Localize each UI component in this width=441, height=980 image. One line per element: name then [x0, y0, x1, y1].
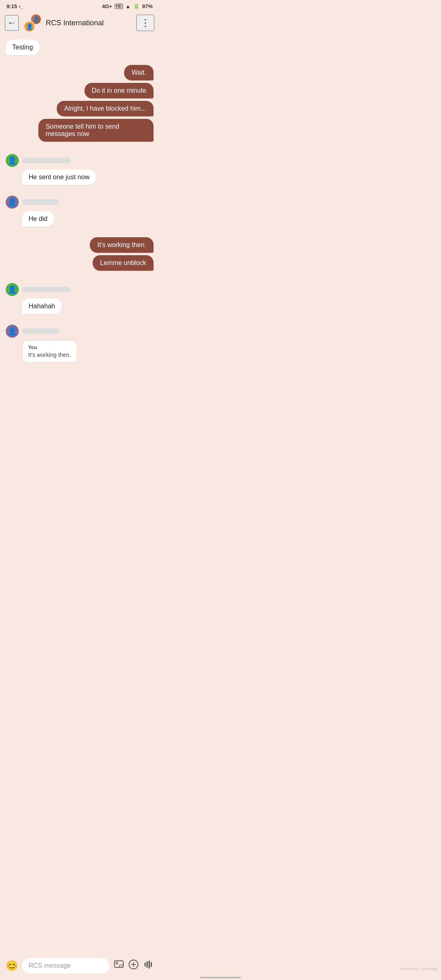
chat-title: RCS International	[46, 19, 132, 27]
bubble-out-2: Wait.	[124, 65, 154, 80]
reply-preview-text: It's working then.	[28, 352, 71, 358]
avatar-b: 👤	[24, 21, 35, 32]
bubble-out-9: Lemme unblock	[93, 255, 154, 271]
bubble-out-4: Alright, I have blocked him...	[57, 101, 154, 116]
signal-icon: ▲	[125, 3, 131, 9]
msg-text-7: He did	[29, 215, 47, 222]
reply-preview-bubble: You It's working then.	[22, 340, 77, 363]
bubble-out-8: It's working then.	[90, 237, 154, 253]
sender-avatar-purple-2: 👤	[6, 325, 19, 338]
message-row-9: Lemme unblock	[6, 255, 154, 271]
sender-avatar-purple-1: 👤	[6, 196, 19, 209]
sender-name-blurred-1	[22, 158, 71, 163]
sender-row-6: 👤	[6, 154, 154, 167]
sender-name-blurred-2	[22, 199, 59, 205]
message-row-10: Hahahah	[6, 298, 154, 314]
msg-text-3: Do it in one minute	[92, 87, 146, 94]
status-icons: 4G+ HD ▲ 🔋 97%	[102, 3, 153, 9]
reply-author-label: You	[28, 345, 71, 350]
msg-text-6: He sent one just now	[29, 174, 89, 180]
network-label: 4G+	[102, 3, 112, 9]
battery-icon: 🔋	[133, 3, 140, 9]
person-icon-3: 👤	[8, 285, 17, 294]
sender-row-10: 👤	[6, 283, 154, 296]
msg-text-8: It's working then.	[97, 241, 146, 248]
sender-avatar-green-2: 👤	[6, 283, 19, 296]
msg-text-1: Testing	[12, 44, 33, 51]
status-time: 9:15 ›_	[7, 3, 23, 9]
person-icon-2: 👤	[8, 198, 17, 207]
sender-row-7: 👤	[6, 196, 154, 209]
msg-text-5: Someone tell him to send messages now	[46, 123, 120, 137]
hd-badge: HD	[115, 4, 123, 9]
sender-name-blurred-4	[22, 328, 59, 334]
time-label: 9:15	[7, 3, 17, 9]
msg-text-2: Wait.	[131, 69, 146, 76]
message-row-4: Alright, I have blocked him...	[6, 101, 154, 116]
top-bar: ← 👤 👤 RCS International ⋮	[0, 11, 159, 36]
sender-name-blurred-3	[22, 287, 71, 292]
bubble-out-5: Someone tell him to send messages now	[38, 119, 154, 142]
bubble-in-6: He sent one just now	[22, 169, 96, 185]
msg-text-10: Hahahah	[29, 303, 55, 310]
message-row-2: Wait.	[6, 65, 154, 80]
message-row-1: Testing	[6, 40, 154, 55]
person-icon-4: 👤	[8, 327, 17, 336]
terminal-icon: ›_	[19, 4, 23, 9]
more-options-button[interactable]: ⋮	[136, 15, 154, 31]
message-row-5: Someone tell him to send messages now	[6, 119, 154, 142]
person-icon-1: 👤	[8, 156, 17, 165]
msg-text-9: Lemme unblock	[100, 259, 146, 266]
message-row-3: Do it in one minute	[6, 83, 154, 98]
sender-row-11: 👤	[6, 325, 154, 338]
message-row-6: He sent one just now	[6, 169, 154, 185]
message-row-11: You It's working then.	[6, 340, 154, 363]
msg-text-4: Alright, I have blocked him...	[64, 105, 146, 112]
group-avatar: 👤 👤	[23, 13, 42, 32]
chat-area: Testing Wait. Do it in one minute Alrigh…	[0, 36, 159, 403]
battery-label: 97%	[142, 3, 153, 9]
message-row-7: He did	[6, 211, 154, 227]
message-row-8: It's working then.	[6, 237, 154, 253]
back-button[interactable]: ←	[5, 15, 19, 31]
bubble-in-10: Hahahah	[22, 298, 62, 314]
bubble-in-1: Testing	[6, 40, 40, 55]
sender-avatar-green-1: 👤	[6, 154, 19, 167]
bubble-in-7: He did	[22, 211, 54, 227]
status-bar: 9:15 ›_ 4G+ HD ▲ 🔋 97%	[0, 0, 159, 11]
bubble-out-3: Do it in one minute	[85, 83, 154, 98]
